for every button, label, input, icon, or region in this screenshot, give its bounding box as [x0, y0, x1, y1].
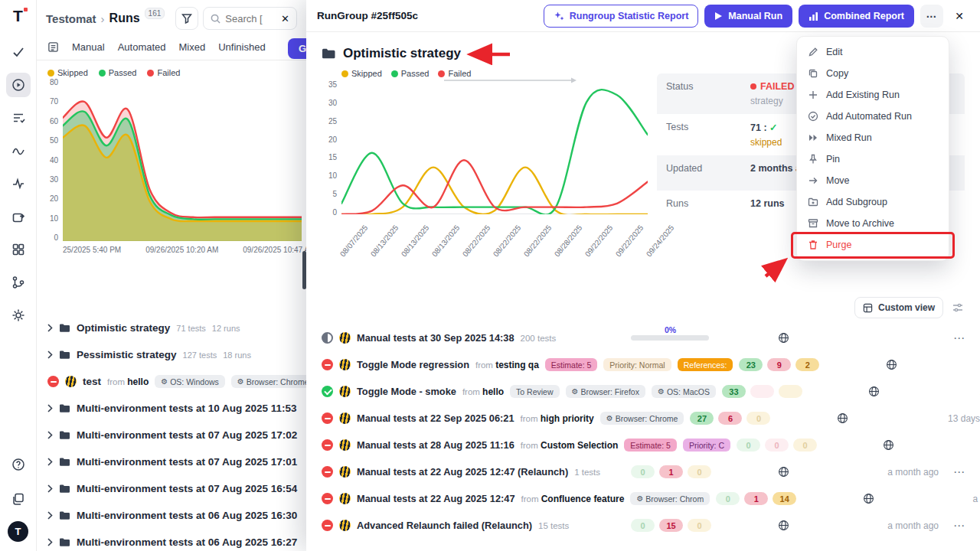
custom-view-button[interactable]: Custom view: [854, 297, 943, 318]
filter-button[interactable]: [175, 7, 198, 30]
chevron-right-icon[interactable]: [47, 458, 53, 466]
chevron-right-icon[interactable]: [47, 350, 53, 359]
analytics-icon[interactable]: [6, 139, 31, 163]
legend-dot: [147, 70, 154, 77]
list-item[interactable]: Multi-environment tests at 06 Aug 2025 1…: [37, 529, 306, 551]
browser-badge: Browser: Chrome: [231, 375, 315, 388]
branch-icon[interactable]: [6, 270, 31, 295]
bee-icon: [339, 439, 351, 451]
x-axis: 25/2025 5:40 PM09/26/2025 10:20 AM09/26/…: [63, 246, 309, 254]
manual-run-button[interactable]: Manual Run: [704, 5, 792, 28]
run-row[interactable]: Manual tests at 28 Aug 2025 11:16 from C…: [322, 432, 965, 458]
tab-mixed[interactable]: Mixed: [179, 41, 206, 53]
list-item[interactable]: Multi-environment tests at 07 Aug 2025 1…: [37, 475, 306, 502]
search-clear-icon[interactable]: [281, 13, 289, 24]
failed-dot-icon: [750, 83, 756, 90]
menu-item-pin[interactable]: Pin: [797, 148, 949, 170]
close-icon[interactable]: [949, 6, 969, 26]
tab-automated[interactable]: Automated: [118, 41, 166, 53]
run-row[interactable]: Manual tests at 22 Aug 2025 12:47 from C…: [322, 485, 965, 512]
rungroup-statistic-report-button[interactable]: Rungroup Statistic Report: [544, 5, 699, 28]
runs-panel: Testomat › Runs 161 Manual Automated Mix…: [37, 0, 306, 551]
axis-tick-label: 10: [50, 214, 58, 223]
list-item[interactable]: Multi-environment tests at 07 Aug 2025 1…: [37, 448, 306, 475]
chevron-right-icon[interactable]: [47, 484, 53, 493]
plans-icon[interactable]: [6, 106, 31, 130]
globe-icon: [886, 359, 897, 370]
list-item[interactable]: test from hello OS: Windows Browser: Chr…: [37, 368, 306, 395]
run-row[interactable]: Manual tests at 30 Sep 2025 14:38 200 te…: [322, 324, 965, 351]
chevron-right-icon[interactable]: [47, 431, 53, 439]
legend-item: Passed: [99, 68, 137, 77]
folder-icon: [59, 457, 70, 467]
list-item[interactable]: Optimistic strategy 71 tests 12 runs: [37, 315, 306, 341]
arrow-right-icon: [808, 175, 818, 186]
axis-tick-label: 0: [54, 233, 58, 242]
help-icon[interactable]: [6, 452, 31, 477]
folder-icon: [59, 323, 70, 333]
menu-item-move-to-archive[interactable]: Move to Archive: [797, 213, 949, 234]
search-input[interactable]: [225, 13, 276, 24]
chevron-right-icon[interactable]: [47, 511, 53, 520]
export-icon[interactable]: [6, 204, 31, 229]
bee-icon: [339, 332, 351, 344]
legend-dot: [341, 70, 348, 77]
axis-tick-label: 50: [50, 136, 58, 145]
references-badge: References:: [678, 358, 733, 371]
sparkle-icon: [554, 11, 564, 21]
folder-icon: [59, 403, 70, 413]
failed-status-icon: [322, 359, 333, 370]
scrollbar-thumb[interactable]: [302, 251, 306, 289]
result-counts: 0 1 0: [631, 465, 720, 478]
menu-item-copy[interactable]: Copy: [797, 63, 949, 84]
dashboard-icon[interactable]: [6, 237, 31, 262]
search-box[interactable]: [203, 7, 297, 30]
tab-unfinished[interactable]: Unfinished: [218, 41, 265, 53]
tab-manual[interactable]: Manual: [72, 41, 105, 53]
runs-trend-chart: 80706050403020100 25/2025 5:40 PM09/26/2…: [43, 82, 302, 264]
docs-icon[interactable]: [6, 487, 31, 511]
menu-item-edit[interactable]: Edit: [797, 41, 949, 63]
combined-report-button[interactable]: Combined Report: [799, 5, 914, 28]
runs-count-badge: 161: [145, 8, 165, 19]
row-menu-button[interactable]: [945, 465, 965, 479]
run-row[interactable]: Toggle Mode regression from testing qa E…: [322, 351, 965, 378]
menu-item-add-automated-run[interactable]: Add Automated Run: [797, 106, 949, 127]
run-row[interactable]: Manual tests at 22 Sep 2025 06:21 from h…: [322, 405, 965, 432]
pulse-icon[interactable]: [6, 171, 31, 196]
run-row[interactable]: Toggle Mode - smoke from hello To Review…: [322, 378, 965, 405]
list-item[interactable]: Multi-environment tests at 10 Aug 2025 1…: [37, 395, 306, 422]
breadcrumb-app[interactable]: Testomat: [46, 12, 96, 25]
more-actions-button[interactable]: ⋯: [920, 5, 943, 28]
legend-item: Skipped: [341, 69, 382, 78]
axis-tick-label: 20: [328, 135, 337, 144]
chevron-right-icon[interactable]: [47, 404, 53, 412]
line-chart: [341, 84, 648, 214]
list-item[interactable]: Multi-environment tests at 07 Aug 2025 1…: [37, 422, 306, 448]
axis-tick-label: 60: [50, 117, 58, 126]
chevron-right-icon[interactable]: [47, 538, 53, 546]
menu-item-add-subgroup[interactable]: Add Subgroup: [797, 191, 949, 213]
list-item[interactable]: Multi-environment tests at 06 Aug 2025 1…: [37, 502, 306, 529]
page-title: Runs: [109, 11, 140, 25]
row-menu-button[interactable]: [945, 331, 965, 345]
list-item[interactable]: Pessimistic strategy 127 tests 18 runs: [37, 341, 306, 368]
chevron-right-icon[interactable]: [47, 324, 53, 332]
menu-item-purge[interactable]: Purge: [797, 234, 949, 256]
bee-icon: [339, 493, 351, 504]
run-row[interactable]: Manual tests at 22 Aug 2025 12:47 (Relau…: [322, 458, 965, 485]
failed-status-icon: [47, 376, 59, 387]
settings-icon[interactable]: [6, 303, 31, 328]
menu-item-add-existing-run[interactable]: Add Existing Run: [797, 84, 949, 106]
runs-icon[interactable]: [6, 73, 31, 97]
run-row[interactable]: Advanced Relaunch failed (Relaunch) 15 t…: [322, 512, 965, 539]
menu-item-mixed-run[interactable]: Mixed Run: [797, 127, 949, 148]
tests-icon[interactable]: [6, 40, 31, 64]
filters-icon[interactable]: [952, 303, 963, 312]
menu-item-move[interactable]: Move: [797, 170, 949, 191]
failed-status-icon: [322, 493, 333, 504]
y-axis: 35302520151050: [322, 80, 337, 217]
profile-avatar[interactable]: T: [8, 521, 28, 542]
row-menu-button[interactable]: [945, 519, 965, 533]
globe-icon: [883, 439, 894, 451]
